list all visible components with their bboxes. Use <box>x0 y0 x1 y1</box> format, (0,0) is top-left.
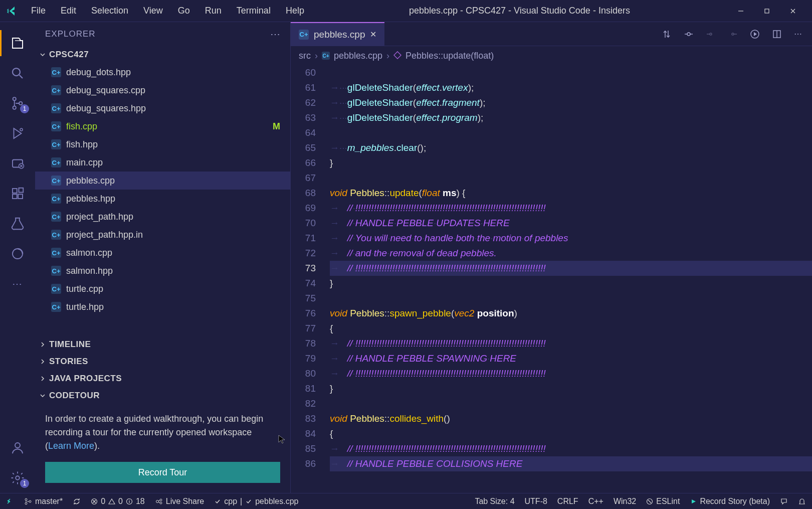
file-item[interactable]: C+fish.cppM <box>35 117 290 135</box>
close-button[interactable] <box>780 0 806 22</box>
status-branch[interactable]: master* <box>24 497 63 506</box>
activity-run-debug[interactable] <box>0 118 35 148</box>
status-feedback-icon[interactable] <box>780 497 788 506</box>
sidebar-more-icon[interactable]: ⋯ <box>270 28 280 40</box>
code-line[interactable] <box>330 65 812 80</box>
code-line[interactable]: void Pebbles::spawn_pebble(vec2 position… <box>330 306 812 321</box>
file-item[interactable]: C+project_path.hpp.in <box>35 226 290 244</box>
status-line-ending[interactable]: CRLF <box>557 497 578 506</box>
code-line[interactable]: → //·!!!!!!!!!!!!!!!!!!!!!!!!!!!!!!!!!!!… <box>330 261 812 276</box>
menu-terminal[interactable]: Terminal <box>230 3 278 19</box>
menu-selection[interactable]: Selection <box>84 3 135 19</box>
run-icon[interactable] <box>750 29 760 39</box>
code-line[interactable]: → //·HANDLE·PEBBLE·COLLISIONS·HERE <box>330 456 812 471</box>
menu-edit[interactable]: Edit <box>54 3 83 19</box>
breadcrumb-file[interactable]: pebbles.cpp <box>334 51 382 61</box>
status-live-share[interactable]: Live Share <box>155 497 205 506</box>
code-line[interactable]: { <box>330 321 812 336</box>
file-item[interactable]: C+debug_squares.cpp <box>35 81 290 99</box>
code-line[interactable]: → //·and·the·removal·of·dead·pebbles. <box>330 246 812 261</box>
activity-settings[interactable]: 1 <box>0 463 35 493</box>
status-record-story[interactable]: Record Story (beta) <box>690 497 770 506</box>
file-item[interactable]: C+main.cpp <box>35 153 290 172</box>
code-line[interactable]: →···m_pebbles.clear(); <box>330 140 812 155</box>
code-line[interactable]: →···glDeleteShader(effect.vertex); <box>330 80 812 95</box>
status-tab-size[interactable]: Tab Size: 4 <box>475 497 514 506</box>
activity-explorer[interactable] <box>0 28 35 58</box>
file-item[interactable]: C+project_path.hpp <box>35 208 290 226</box>
section-codetour[interactable]: CODETOUR <box>35 387 290 404</box>
maximize-button[interactable] <box>754 0 780 22</box>
code-content[interactable]: →···glDeleteShader(effect.vertex);→···gl… <box>326 65 812 493</box>
code-line[interactable]: →···glDeleteShader(effect.program); <box>330 110 812 125</box>
section-stories[interactable]: STORIES <box>35 353 290 370</box>
menu-help[interactable]: Help <box>279 3 311 19</box>
code-line[interactable]: → //·!!!!!!!!!!!!!!!!!!!!!!!!!!!!!!!!!!!… <box>330 441 812 456</box>
code-line[interactable]: { <box>330 426 812 441</box>
git-commit-icon[interactable] <box>684 29 694 39</box>
code-line[interactable]: → //·!!!!!!!!!!!!!!!!!!!!!!!!!!!!!!!!!!!… <box>330 366 812 381</box>
file-item[interactable]: C+turtle.cpp <box>35 280 290 298</box>
breadcrumb-folder[interactable]: src <box>299 51 311 61</box>
code-line[interactable] <box>330 125 812 140</box>
tab-close-icon[interactable]: ✕ <box>370 30 376 39</box>
file-item[interactable]: C+salmon.cpp <box>35 244 290 262</box>
file-list[interactable]: C+debug_dots.hppC+debug_squares.cppC+deb… <box>35 63 290 336</box>
breadcrumb-symbol[interactable]: Pebbles::update(float) <box>405 51 494 61</box>
status-platform[interactable]: Win32 <box>614 497 636 506</box>
activity-scm[interactable]: 1 <box>0 88 35 118</box>
code-line[interactable]: → //·!!!!!!!!!!!!!!!!!!!!!!!!!!!!!!!!!!!… <box>330 336 812 351</box>
section-java-projects[interactable]: JAVA PROJECTS <box>35 370 290 387</box>
code-line[interactable] <box>330 396 812 411</box>
split-editor-icon[interactable] <box>772 29 782 39</box>
tab-pebbles-cpp[interactable]: C+ pebbles.cpp ✕ <box>291 22 384 46</box>
code-line[interactable] <box>330 171 812 186</box>
file-item[interactable]: C+fish.hpp <box>35 135 290 153</box>
file-item[interactable]: C+pebbles.cpp <box>35 172 290 190</box>
status-eslint[interactable]: ESLint <box>646 497 680 506</box>
activity-testing[interactable] <box>0 209 35 239</box>
record-tour-button[interactable]: Record Tour <box>45 462 280 483</box>
status-remote[interactable] <box>6 497 14 505</box>
code-line[interactable] <box>330 291 812 306</box>
menu-go[interactable]: Go <box>171 3 197 19</box>
activity-extensions[interactable] <box>0 179 35 209</box>
code-line[interactable]: } <box>330 381 812 396</box>
code-line[interactable]: void Pebbles::collides_with() <box>330 411 812 426</box>
status-encoding[interactable]: UTF-8 <box>525 497 547 506</box>
code-line[interactable]: →···glDeleteShader(effect.fragment); <box>330 95 812 110</box>
code-editor[interactable]: 6061626364656667686970717273747576777879… <box>291 65 812 493</box>
status-problems[interactable]: 0 0 18 <box>91 497 145 506</box>
status-cpp-check[interactable]: cpp | pebbles.cpp <box>214 497 298 506</box>
file-item[interactable]: C+debug_dots.hpp <box>35 63 290 81</box>
code-line[interactable]: } <box>330 276 812 291</box>
menu-run[interactable]: Run <box>198 3 229 19</box>
next-change-icon[interactable] <box>728 29 738 39</box>
menu-view[interactable]: View <box>136 3 170 19</box>
prev-change-icon[interactable] <box>706 29 716 39</box>
file-item[interactable]: C+debug_squares.hpp <box>35 99 290 117</box>
code-line[interactable]: } <box>330 155 812 171</box>
code-line[interactable]: → //·HANDLE·PEBBLE·SPAWNING·HERE <box>330 351 812 366</box>
activity-remote[interactable] <box>0 148 35 179</box>
activity-accounts[interactable] <box>0 433 35 463</box>
file-item[interactable]: C+turtle.hpp <box>35 298 290 316</box>
status-sync[interactable] <box>73 497 81 505</box>
compare-icon[interactable] <box>662 29 672 39</box>
file-item[interactable]: C+salmon.hpp <box>35 262 290 280</box>
code-line[interactable]: → //·You·will·need·to·handle·both·the·mo… <box>330 231 812 246</box>
section-project[interactable]: CPSC427 <box>35 46 290 63</box>
file-item[interactable]: C+pebbles.hpp <box>35 190 290 208</box>
section-timeline[interactable]: TIMELINE <box>35 336 290 353</box>
code-line[interactable]: → //·!!!!!!!!!!!!!!!!!!!!!!!!!!!!!!!!!!!… <box>330 201 812 216</box>
code-line[interactable]: → //·HANDLE·PEBBLE·UPDATES·HERE <box>330 216 812 231</box>
minimize-button[interactable] <box>728 0 754 22</box>
activity-more[interactable]: ⋯ <box>0 269 35 299</box>
status-notifications-icon[interactable] <box>798 497 806 506</box>
learn-more-link[interactable]: Learn More <box>48 441 94 451</box>
more-actions-icon[interactable]: ⋯ <box>794 29 802 39</box>
activity-codetour[interactable] <box>0 239 35 269</box>
code-line[interactable]: void Pebbles::update(float ms) { <box>330 186 812 201</box>
breadcrumbs[interactable]: src › C+ pebbles.cpp › Pebbles::update(f… <box>291 46 812 65</box>
activity-search[interactable] <box>0 58 35 88</box>
